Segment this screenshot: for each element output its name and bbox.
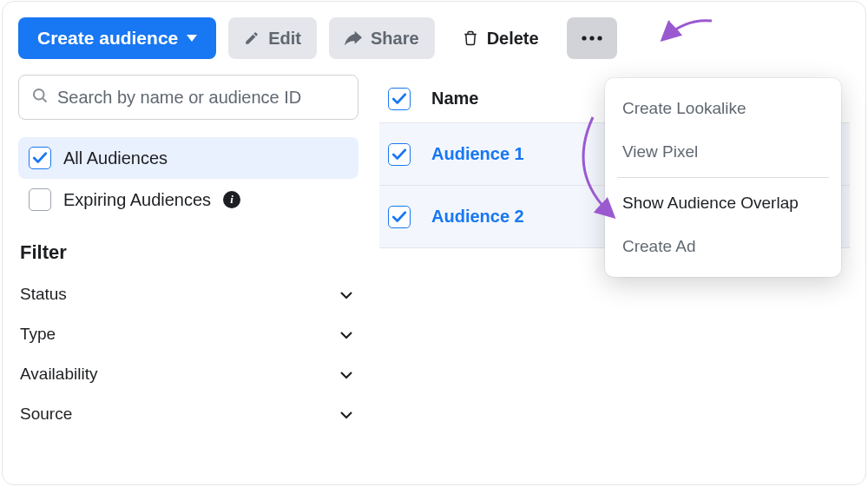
more-actions-menu: Create Lookalike View Pixel Show Audienc… [605, 78, 841, 277]
audience-link[interactable]: Audience 2 [431, 207, 524, 227]
svg-point-2 [597, 36, 602, 40]
chevron-down-icon [339, 365, 353, 384]
pencil-icon [244, 30, 260, 46]
ellipsis-icon [582, 36, 602, 41]
audiences-panel: Create audience Edit Share Delete [2, 1, 866, 485]
expiring-audiences-label: Expiring Audiences [63, 190, 211, 210]
share-label: Share [371, 29, 419, 49]
svg-point-0 [582, 36, 586, 40]
filter-source-label: Source [20, 405, 72, 424]
filter-source[interactable]: Source [18, 394, 358, 434]
sidebar: All Audiences Expiring Audiences i Filte… [18, 75, 358, 434]
chevron-down-icon [339, 325, 353, 344]
checkbox-unchecked-icon[interactable] [29, 188, 51, 211]
checkbox-checked-icon[interactable] [29, 147, 51, 169]
row-checkbox[interactable] [388, 143, 411, 166]
more-actions-button[interactable] [567, 17, 617, 59]
audience-link[interactable]: Audience 1 [431, 144, 524, 164]
delete-button[interactable]: Delete [447, 17, 555, 59]
all-audiences-item[interactable]: All Audiences [18, 137, 358, 179]
create-audience-button[interactable]: Create audience [18, 17, 216, 59]
delete-label: Delete [487, 29, 539, 49]
filter-type-label: Type [20, 325, 56, 344]
select-all-checkbox[interactable] [388, 88, 411, 110]
chevron-down-icon [339, 405, 353, 424]
chevron-down-icon [339, 285, 353, 304]
filter-availability-label: Availability [20, 365, 97, 384]
menu-view-pixel[interactable]: View Pixel [605, 130, 841, 174]
menu-create-lookalike[interactable]: Create Lookalike [605, 87, 841, 130]
audience-category-list: All Audiences Expiring Audiences i [18, 137, 358, 220]
search-field[interactable] [18, 75, 358, 120]
trash-icon [463, 30, 478, 47]
filter-availability[interactable]: Availability [18, 354, 358, 394]
info-icon[interactable]: i [223, 191, 240, 208]
svg-point-3 [34, 89, 44, 100]
share-button[interactable]: Share [329, 17, 435, 59]
menu-create-ad[interactable]: Create Ad [605, 225, 841, 268]
expiring-audiences-item[interactable]: Expiring Audiences i [18, 179, 358, 220]
filter-status[interactable]: Status [18, 274, 358, 314]
share-arrow-icon [345, 30, 362, 46]
filter-status-label: Status [20, 285, 67, 304]
toolbar: Create audience Edit Share Delete [18, 17, 850, 59]
menu-divider [617, 177, 829, 178]
filter-heading: Filter [20, 241, 358, 264]
edit-button[interactable]: Edit [228, 17, 317, 59]
caret-down-icon [187, 35, 197, 42]
search-icon [31, 87, 49, 108]
create-audience-label: Create audience [37, 28, 178, 49]
edit-label: Edit [268, 29, 301, 49]
filter-type[interactable]: Type [18, 314, 358, 354]
menu-show-audience-overlap[interactable]: Show Audience Overlap [605, 181, 841, 225]
search-input[interactable] [57, 88, 345, 108]
row-checkbox[interactable] [388, 206, 411, 228]
svg-point-1 [589, 36, 594, 40]
column-name-header: Name [431, 89, 478, 109]
all-audiences-label: All Audiences [63, 148, 168, 168]
